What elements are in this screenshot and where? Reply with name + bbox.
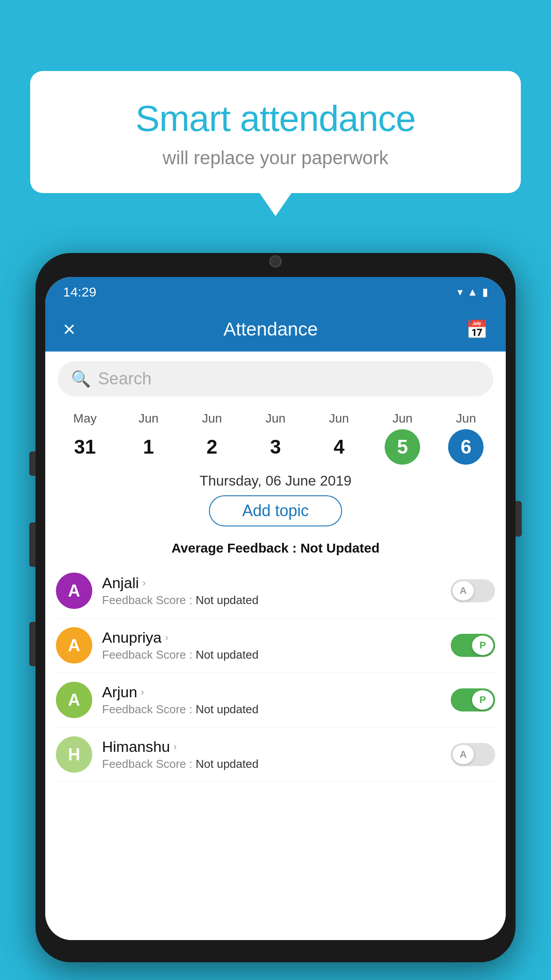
attendance-toggle-3[interactable]: A: [451, 743, 495, 766]
student-item-1[interactable]: AAnupriya ›Feedback Score : Not updatedP: [56, 618, 495, 673]
student-avatar-2: A: [56, 682, 92, 718]
toggle-off[interactable]: A: [451, 743, 495, 766]
search-bar[interactable]: 🔍 Search: [58, 361, 493, 396]
toggle-on[interactable]: P: [451, 688, 495, 711]
toggle-knob: A: [453, 745, 474, 764]
search-icon: 🔍: [71, 370, 91, 388]
chevron-icon: ›: [142, 577, 146, 589]
date-cell-5[interactable]: Jun5: [371, 411, 434, 465]
speech-bubble: Smart attendance will replace your paper…: [30, 71, 521, 193]
phone: 14:29 ▾ ▲ ▮ × Attendance 📅 🔍 Search May3…: [35, 253, 516, 962]
toggle-knob: A: [453, 581, 474, 601]
wifi-icon: ▾: [457, 286, 463, 298]
camera: [269, 255, 282, 268]
phone-screen: 14:29 ▾ ▲ ▮ × Attendance 📅 🔍 Search May3…: [45, 277, 506, 940]
student-avatar-3: H: [56, 736, 92, 773]
app-bar-title: Attendance: [224, 319, 318, 340]
student-name-1: Anupriya ›: [102, 629, 441, 646]
selected-date-label: Thursday, 06 June 2019: [45, 473, 506, 489]
calendar-icon[interactable]: 📅: [466, 319, 488, 340]
chevron-icon: ›: [141, 687, 144, 698]
student-name-2: Arjun ›: [102, 684, 441, 701]
avg-feedback-label: Average Feedback :: [171, 541, 300, 555]
date-cell-3[interactable]: Jun3: [244, 411, 307, 465]
student-item-2[interactable]: AArjun ›Feedback Score : Not updatedP: [56, 673, 495, 727]
student-item-0[interactable]: AAnjali ›Feedback Score : Not updatedA: [56, 564, 495, 618]
toggle-off[interactable]: A: [451, 579, 495, 602]
search-placeholder: Search: [98, 369, 151, 388]
phone-notch: [249, 253, 302, 270]
status-time: 14:29: [63, 285, 96, 300]
add-topic-button[interactable]: Add topic: [209, 495, 342, 526]
student-list: AAnjali ›Feedback Score : Not updatedAAA…: [45, 564, 506, 782]
signal-icon: ▲: [467, 286, 478, 298]
student-feedback-3: Feedback Score : Not updated: [102, 757, 441, 771]
volume-down-button: [29, 522, 35, 567]
date-picker-row: May31Jun1Jun2Jun3Jun4Jun5Jun6: [45, 404, 506, 465]
date-cell-4[interactable]: Jun4: [307, 411, 371, 465]
student-avatar-1: A: [56, 627, 92, 664]
student-name-0: Anjali ›: [102, 574, 441, 592]
mute-button: [29, 622, 35, 666]
student-feedback-0: Feedback Score : Not updated: [102, 593, 441, 607]
student-feedback-1: Feedback Score : Not updated: [102, 648, 441, 662]
attendance-toggle-2[interactable]: P: [451, 688, 495, 711]
chevron-icon: ›: [165, 632, 168, 644]
toggle-on[interactable]: P: [451, 634, 495, 657]
attendance-toggle-0[interactable]: A: [451, 579, 495, 602]
app-bar: × Attendance 📅: [45, 307, 506, 352]
volume-up-button: [29, 451, 35, 476]
chevron-icon: ›: [173, 741, 177, 753]
toggle-knob: P: [472, 636, 493, 655]
date-cell-6[interactable]: Jun6: [434, 411, 498, 465]
battery-icon: ▮: [482, 286, 488, 298]
status-bar: 14:29 ▾ ▲ ▮: [45, 277, 506, 307]
bubble-title: Smart attendance: [52, 98, 499, 139]
date-cell-2[interactable]: Jun2: [180, 411, 244, 465]
avg-feedback-value: Not Updated: [300, 541, 379, 555]
add-topic-label: Add topic: [242, 502, 309, 520]
bubble-subtitle: will replace your paperwork: [52, 147, 499, 169]
close-button[interactable]: ×: [63, 319, 75, 340]
content-area: 🔍 Search May31Jun1Jun2Jun3Jun4Jun5Jun6 T…: [45, 352, 506, 940]
student-name-3: Himanshu ›: [102, 738, 441, 755]
average-feedback: Average Feedback : Not Updated: [45, 541, 506, 556]
attendance-toggle-1[interactable]: P: [451, 634, 495, 657]
student-avatar-0: A: [56, 573, 92, 609]
toggle-knob: P: [472, 690, 493, 710]
power-button: [516, 501, 522, 537]
student-feedback-2: Feedback Score : Not updated: [102, 703, 441, 716]
date-cell-1[interactable]: Jun1: [117, 411, 180, 465]
student-item-3[interactable]: HHimanshu ›Feedback Score : Not updatedA: [56, 727, 495, 782]
date-cell-0[interactable]: May31: [53, 411, 117, 465]
status-icons: ▾ ▲ ▮: [457, 286, 488, 298]
